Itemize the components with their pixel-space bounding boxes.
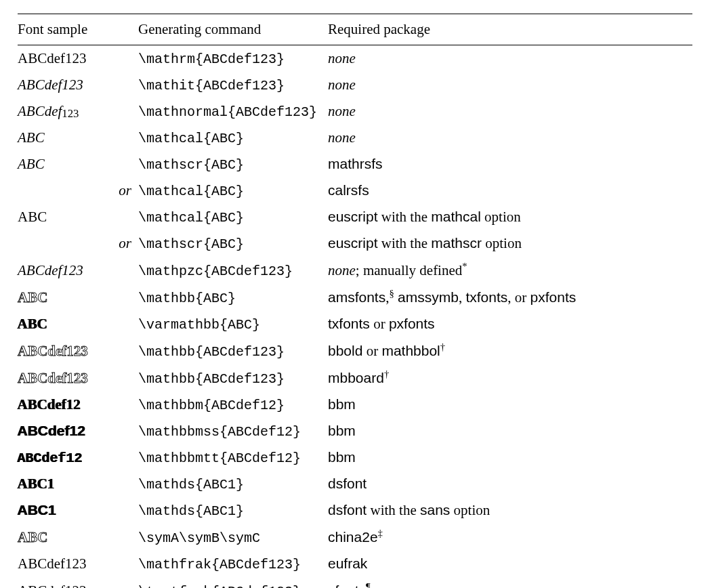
pkg-euscript-mathcal: euscript with the mathcal option — [328, 204, 692, 230]
table-row: or \mathcal{ABC} calrsfs — [18, 177, 692, 204]
footnote-sec: § — [389, 288, 394, 299]
cmd-mathfrak: \mathfrak{ABCdef123} — [138, 551, 328, 577]
sample-mathfrak: ABCdef123 — [18, 551, 138, 577]
pkg-none: none — [328, 45, 692, 72]
with-the: with the — [381, 235, 427, 251]
footnote-ast: * — [462, 261, 467, 272]
pkg-name: pxfonts — [389, 316, 435, 331]
table-row: ABCdef123 \textfrak{ABCdef123} yfonts¶ — [18, 577, 692, 588]
footnote-dag: † — [440, 341, 445, 352]
table-row: ABC1 \mathds{ABC1} dsfont — [18, 471, 692, 497]
cmd-mathcal: \mathcal{ABC} — [138, 177, 328, 204]
sample-mathcal: ABC — [18, 125, 138, 151]
table-row: ABC \mathcal{ABC} euscript with the math… — [18, 204, 692, 230]
cmd-varmathbb: \varmathbb{ABC} — [138, 311, 328, 337]
table-row: or \mathscr{ABC} euscript with the maths… — [18, 230, 692, 257]
cmd-mathbbmss: \mathbbmss{ABCdef12} — [138, 418, 328, 444]
table-row: ABC1 \mathds{ABC1} dsfont with the sans … — [18, 497, 692, 524]
cmd-mathcal: \mathcal{ABC} — [138, 204, 328, 230]
table-row: ABCdef123 \mathbb{ABCdef123} bbold or ma… — [18, 337, 692, 364]
footnote-ddag: ‡ — [378, 528, 383, 539]
table-row: ABCdef123 \mathrm{ABCdef123} none — [18, 45, 692, 72]
table-row: ABCdef123 \mathit{ABCdef123} none — [18, 72, 692, 98]
sample-euscript: ABC — [18, 204, 138, 230]
pkg-dsfont: dsfont — [328, 471, 692, 497]
pkg-bbm: bbm — [328, 392, 692, 418]
table-row: ABCdef123 \mathbb{ABCdef123} mbboard† — [18, 364, 692, 392]
or-label: or — [18, 230, 138, 257]
pkg-name: mbboard — [328, 370, 384, 385]
sample-mathnormal-digits: 123 — [62, 106, 79, 119]
pkg-name: txfonts — [465, 289, 507, 305]
footnote-dag: † — [384, 369, 389, 379]
sample-mathit: ABCdef123 — [18, 72, 138, 98]
cmd-sym: \symA\symB\symC — [138, 524, 328, 551]
table-row: ABC \symA\symB\symC china2e‡ — [18, 524, 692, 551]
pkg-calrsfs: calrsfs — [328, 177, 692, 204]
sample-mathbb: ABC — [18, 284, 138, 311]
pkg-amsfonts-etc: amsfonts,§ amssymb, txfonts, or pxfonts — [328, 284, 692, 311]
sample-mathscr: ABC — [18, 151, 138, 177]
opt-name: mathscr — [431, 235, 482, 251]
pkg-manual: none; manually defined* — [328, 257, 692, 284]
sample-mathds-sans: ABC1 — [18, 497, 138, 524]
pkg-eufrak: eufrak — [328, 551, 692, 577]
math-alphabets-table: Font sample Generating command Required … — [18, 14, 692, 588]
sample-mathnormal: ABCdef123 — [18, 98, 138, 125]
table-row: ABCdef123 \mathnormal{ABCdef123} none — [18, 98, 692, 125]
table-row: ABCdef12 \mathbbmss{ABCdef12} bbm — [18, 418, 692, 444]
comma: , — [507, 289, 511, 306]
cmd-mathscr: \mathscr{ABC} — [138, 151, 328, 177]
pkg-bbold-mathbbol: bbold or mathbbol† — [328, 337, 692, 364]
cmd-mathpzc: \mathpzc{ABCdef123} — [138, 257, 328, 284]
pkg-china2e: china2e‡ — [328, 524, 692, 551]
pkg-name: pxfonts — [530, 289, 577, 305]
table-row: ABC \mathscr{ABC} mathrsfs — [18, 151, 692, 177]
pkg-none: none — [328, 98, 692, 125]
table-row: ABC \mathcal{ABC} none — [18, 125, 692, 151]
col-font-sample: Font sample — [18, 14, 138, 45]
comma: , — [459, 289, 462, 306]
cmd-mathbbm: \mathbbm{ABCdef12} — [138, 392, 328, 418]
sample-china2e: ABC — [18, 524, 138, 551]
pkg-name: euscript — [328, 235, 378, 251]
pkg-name: amsfonts — [328, 289, 385, 305]
sample-mathds: ABC1 — [18, 471, 138, 497]
option-word: option — [485, 235, 522, 251]
or-label: or — [18, 177, 138, 204]
pkg-none: none — [328, 125, 692, 151]
cmd-mathds: \mathds{ABC1} — [138, 471, 328, 497]
or-sep: or — [515, 289, 527, 306]
table-row: ABC \mathbb{ABC} amsfonts,§ amssymb, txf… — [18, 284, 692, 311]
with-the: with the — [381, 209, 427, 225]
pkg-none: none — [328, 72, 692, 98]
sample-mathbbm: ABCdef12 — [18, 392, 138, 418]
option-word: option — [454, 502, 490, 518]
pkg-bbm: bbm — [328, 418, 692, 444]
sample-mathpzc: ABCdef123 — [18, 257, 138, 284]
option-word: option — [484, 209, 521, 225]
cmd-mathds: \mathds{ABC1} — [138, 497, 328, 524]
pkg-dsfont-sans: dsfont with the sans option — [328, 497, 692, 524]
table-row: ABCdef12 \mathbbmtt{ABCdef12} bbm — [18, 444, 692, 471]
sample-mathnormal-letters: ABCdef — [18, 103, 62, 119]
opt-name: mathcal — [431, 209, 481, 224]
pkg-name: txfonts — [328, 316, 370, 331]
cmd-mathbb-full: \mathbb{ABCdef123} — [138, 337, 328, 364]
with-the: with the — [370, 502, 416, 518]
sample-varmathbb: ABC — [18, 311, 138, 337]
pkg-mbboard: mbboard† — [328, 364, 692, 392]
cmd-textfrak: \textfrak{ABCdef123} — [138, 577, 328, 588]
pkg-name: euscript — [328, 209, 378, 224]
pkg-name: amssymb — [398, 289, 459, 305]
table-row: ABCdef12 \mathbbm{ABCdef12} bbm — [18, 392, 692, 418]
cmd-mathbb-full: \mathbb{ABCdef123} — [138, 364, 328, 392]
cmd-mathscr: \mathscr{ABC} — [138, 230, 328, 257]
pkg-bbm: bbm — [328, 444, 692, 471]
cmd-mathbbmtt: \mathbbmtt{ABCdef12} — [138, 444, 328, 471]
sample-textfrak: ABCdef123 — [18, 577, 138, 588]
or-sep: or — [373, 316, 385, 332]
col-required-package: Required package — [328, 14, 692, 45]
sample-mathrm: ABCdef123 — [18, 45, 138, 72]
pkg-euscript-mathscr: euscript with the mathscr option — [328, 230, 692, 257]
